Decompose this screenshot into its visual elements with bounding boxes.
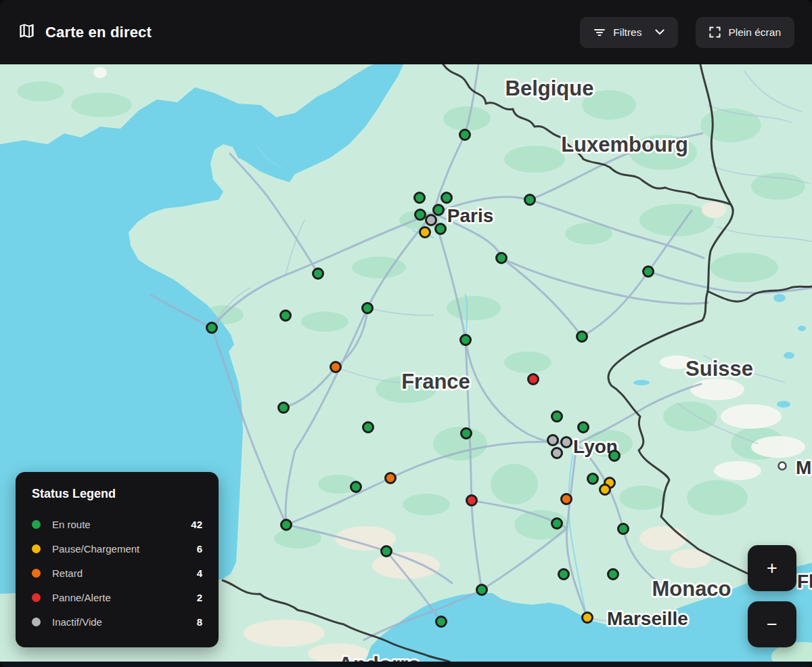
legend-item-red: Panne/Alerte2 bbox=[32, 585, 202, 609]
vehicle-marker-green[interactable] bbox=[579, 423, 589, 433]
vehicle-marker-green[interactable] bbox=[313, 269, 323, 279]
vehicle-marker-green[interactable] bbox=[363, 423, 374, 433]
map-label-flo: Flo bbox=[797, 571, 812, 592]
vehicle-marker-green[interactable] bbox=[281, 520, 292, 530]
live-map[interactable]: BelgiqueLuxembourgParisFranceSuisseLyonM… bbox=[0, 64, 812, 662]
map-label-luxembourg: Luxembourg bbox=[561, 133, 688, 156]
vehicle-marker-green[interactable] bbox=[442, 193, 452, 203]
vehicle-marker-green[interactable] bbox=[610, 451, 620, 461]
filters-button-label: Filtres bbox=[613, 26, 641, 39]
vehicle-marker-green[interactable] bbox=[559, 569, 569, 580]
vehicle-marker-green[interactable] bbox=[415, 210, 426, 220]
vehicle-marker-green[interactable] bbox=[577, 332, 587, 342]
vehicle-marker-green[interactable] bbox=[436, 617, 447, 627]
map-label-france: France bbox=[401, 370, 470, 393]
map-icon bbox=[18, 22, 36, 43]
brand: Carte en direct bbox=[18, 22, 152, 43]
vehicle-marker-orange[interactable] bbox=[562, 494, 572, 504]
legend-title: Status Legend bbox=[32, 487, 202, 501]
map-label-belgique: Belgique bbox=[505, 77, 594, 100]
vehicle-marker-gray[interactable] bbox=[552, 448, 562, 458]
fullscreen-button[interactable]: Plein écran bbox=[696, 17, 794, 48]
legend-count: 2 bbox=[197, 592, 202, 603]
vehicle-marker-green[interactable] bbox=[207, 323, 217, 333]
map-label-monaco: Monaco bbox=[652, 577, 731, 601]
vehicle-marker-green[interactable] bbox=[552, 519, 562, 529]
map-city-dots-layer bbox=[779, 462, 786, 470]
legend-count: 42 bbox=[191, 519, 202, 530]
vehicle-marker-gray[interactable] bbox=[426, 215, 436, 225]
vehicle-marker-green[interactable] bbox=[281, 311, 291, 321]
map-label-m: M bbox=[796, 457, 811, 478]
fullscreen-icon bbox=[709, 26, 721, 38]
fullscreen-button-label: Plein écran bbox=[728, 26, 781, 39]
legend-dot-red bbox=[32, 593, 41, 602]
live-map-app: Carte en direct Filtres Plein écra bbox=[0, 0, 812, 667]
vehicle-marker-green[interactable] bbox=[608, 569, 618, 580]
legend-dot-green bbox=[32, 520, 41, 529]
filter-icon bbox=[593, 27, 606, 38]
vehicle-marker-green[interactable] bbox=[588, 474, 598, 484]
legend-items: En route42Pause/Chargement6Retard4Panne/… bbox=[32, 512, 202, 634]
vehicle-marker-green[interactable] bbox=[461, 335, 471, 345]
filters-button[interactable]: Filtres bbox=[580, 17, 678, 48]
legend-item-gray: Inactif/Vide8 bbox=[32, 609, 202, 634]
legend-item-yellow: Pause/Chargement6 bbox=[32, 536, 202, 561]
legend-dot-orange bbox=[32, 569, 41, 578]
vehicle-marker-green[interactable] bbox=[436, 224, 446, 234]
vehicle-marker-green[interactable] bbox=[382, 546, 392, 557]
vehicle-marker-green[interactable] bbox=[552, 412, 562, 422]
vehicle-marker-yellow[interactable] bbox=[420, 228, 430, 238]
vehicle-marker-green[interactable] bbox=[525, 195, 535, 205]
vehicle-marker-green[interactable] bbox=[363, 303, 373, 314]
vehicle-marker-green[interactable] bbox=[279, 403, 289, 413]
vehicle-marker-green[interactable] bbox=[460, 130, 470, 140]
legend-item-green: En route42 bbox=[32, 512, 202, 536]
legend-count: 8 bbox=[197, 616, 202, 628]
legend-item-orange: Retard4 bbox=[32, 561, 202, 585]
legend-label: En route bbox=[52, 519, 91, 530]
vehicle-marker-green[interactable] bbox=[477, 585, 487, 595]
vehicle-marker-green[interactable] bbox=[644, 267, 654, 277]
window-bottom-edge bbox=[0, 662, 812, 667]
vehicle-marker-gray[interactable] bbox=[548, 435, 558, 446]
page-title: Carte en direct bbox=[45, 24, 152, 41]
vehicle-marker-green[interactable] bbox=[618, 524, 629, 534]
map-label-andorre: Andorre bbox=[338, 653, 420, 662]
legend-dot-yellow bbox=[32, 544, 41, 553]
map-label-suisse: Suisse bbox=[685, 357, 753, 381]
legend-count: 4 bbox=[197, 567, 202, 579]
legend-label: Inactif/Vide bbox=[52, 616, 102, 628]
vehicle-marker-yellow[interactable] bbox=[600, 485, 610, 495]
vehicle-marker-gray[interactable] bbox=[562, 437, 572, 448]
status-legend-panel: Status Legend En route42Pause/Chargement… bbox=[16, 472, 219, 647]
map-label-marseille: Marseille bbox=[607, 608, 688, 629]
vehicle-marker-red[interactable] bbox=[528, 374, 539, 385]
city-dot bbox=[779, 462, 786, 470]
legend-label: Panne/Alerte bbox=[52, 592, 111, 603]
map-label-paris: Paris bbox=[447, 205, 494, 226]
zoom-out-button[interactable]: − bbox=[748, 601, 796, 647]
vehicle-marker-red[interactable] bbox=[467, 496, 477, 506]
legend-count: 6 bbox=[197, 543, 202, 555]
vehicle-marker-orange[interactable] bbox=[331, 362, 341, 372]
vehicle-marker-yellow[interactable] bbox=[583, 613, 593, 623]
vehicle-marker-green[interactable] bbox=[497, 253, 507, 263]
zoom-in-button[interactable]: + bbox=[748, 545, 796, 591]
vehicle-marker-green[interactable] bbox=[461, 429, 472, 439]
vehicle-marker-green[interactable] bbox=[434, 205, 444, 215]
header: Carte en direct Filtres Plein écra bbox=[0, 0, 812, 64]
legend-label: Pause/Chargement bbox=[52, 543, 139, 555]
legend-label: Retard bbox=[52, 567, 83, 579]
vehicle-marker-orange[interactable] bbox=[386, 473, 396, 483]
chevron-down-icon bbox=[655, 29, 664, 35]
vehicle-marker-green[interactable] bbox=[415, 193, 425, 203]
vehicle-marker-green[interactable] bbox=[351, 482, 361, 492]
legend-dot-gray bbox=[32, 618, 41, 626]
